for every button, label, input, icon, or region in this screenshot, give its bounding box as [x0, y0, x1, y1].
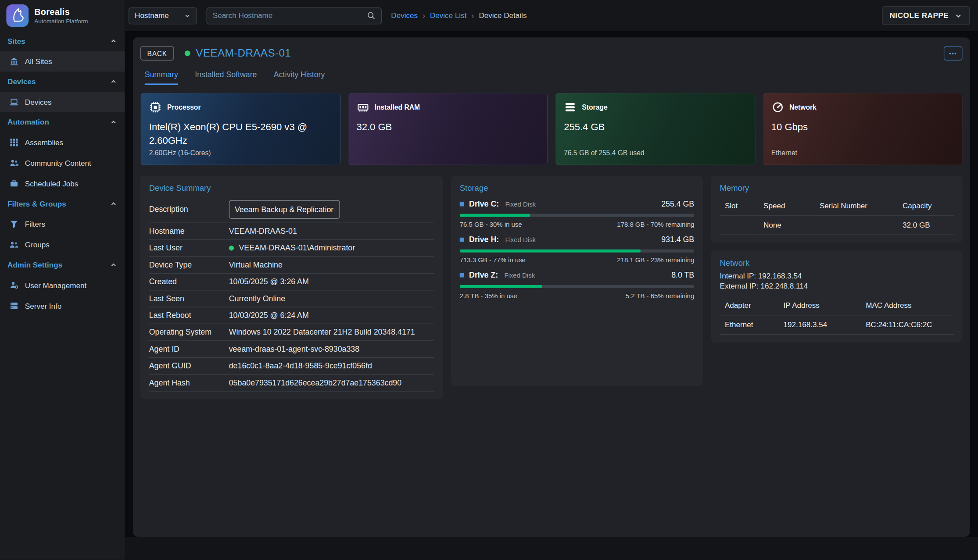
summary-label: Agent GUID: [149, 362, 229, 371]
summary-label: Agent Hash: [149, 378, 229, 387]
sidebar-section-sites: Sites All Sites: [0, 31, 125, 71]
stat-card-footnote: 2.60GHz (16-Cores): [149, 149, 332, 157]
drive-name: Drive H:: [469, 235, 499, 244]
user-menu-label: NICOLE RAPPE: [889, 11, 949, 20]
sidebar-header-label: Filters & Groups: [7, 200, 66, 208]
device-summary-panel: Device Summary Description Hostname VEEA…: [140, 176, 443, 399]
tab-summary[interactable]: Summary: [145, 71, 178, 85]
drive-size: 255.4 GB: [661, 200, 694, 208]
sidebar-item-label: Server Info: [25, 301, 61, 310]
summary-value: Virtual Machine: [229, 260, 434, 269]
sidebar-item-server-info[interactable]: Server Info: [0, 296, 125, 316]
sidebar: Borealis Automation Platform Sites All S…: [0, 0, 125, 560]
memory-col-capacity: Capacity: [898, 196, 954, 216]
device-header: BACK VEEAM-DRAAS-01 •••: [140, 46, 963, 61]
breadcrumb-device-list[interactable]: Device List: [430, 11, 466, 20]
right-column: Memory Slot Speed Serial Number Capacity…: [711, 176, 963, 342]
summary-row-hostname: Hostname VEEAM-DRAAS-01: [149, 223, 434, 240]
stat-card-footnote: [356, 149, 539, 157]
sidebar-item-all-sites[interactable]: All Sites: [0, 51, 125, 72]
drive-row-h: Drive H: Fixed Disk 931.4 GB 713.3 GB - …: [460, 235, 695, 264]
drive-name: Drive C:: [469, 200, 499, 208]
network-col-adapter: Adapter: [720, 296, 779, 315]
sidebar-item-groups[interactable]: Groups: [0, 235, 125, 255]
drive-used-label: 2.8 TB - 35% in use: [460, 292, 517, 299]
brand-text: Borealis Automation Platform: [34, 7, 88, 25]
description-input[interactable]: [229, 200, 340, 219]
summary-label: Agent ID: [149, 345, 229, 353]
drive-used-label: 76.5 GB - 30% in use: [460, 221, 522, 228]
sidebar-item-user-management[interactable]: User Management: [0, 275, 125, 296]
summary-row-last-seen: Last Seen Currently Online: [149, 290, 434, 307]
tab-installed-software[interactable]: Installed Software: [195, 71, 257, 85]
sidebar-header-sites[interactable]: Sites: [0, 31, 125, 51]
drive-usage-bar: [460, 250, 695, 253]
sidebar-item-devices[interactable]: Devices: [0, 92, 125, 112]
summary-row-created: Created 10/05/2025 @ 3:26 AM: [149, 274, 434, 290]
drive-usage-fill: [460, 285, 542, 288]
sidebar-item-community-content[interactable]: Community Content: [0, 153, 125, 173]
sidebar-header-admin-settings[interactable]: Admin Settings: [0, 255, 125, 275]
search-box: [207, 7, 382, 24]
sidebar-header-automation[interactable]: Automation: [0, 112, 125, 132]
sidebar-item-label: Community Content: [25, 159, 91, 168]
user-management-icon: [9, 281, 19, 290]
chevron-up-icon: [110, 37, 117, 45]
network-panel-title: Network: [720, 258, 954, 268]
drive-icon: [460, 202, 464, 206]
sidebar-item-filters[interactable]: Filters: [0, 214, 125, 235]
sidebar-item-scheduled-jobs[interactable]: Scheduled Jobs: [0, 173, 125, 194]
memory-cell-serial: [815, 216, 898, 235]
search-input[interactable]: [213, 11, 367, 20]
processor-icon: [149, 101, 161, 113]
sidebar-item-label: Assemblies: [25, 138, 63, 147]
drive-type: Fixed Disk: [505, 200, 536, 207]
chevron-up-icon: [110, 261, 117, 269]
user-menu-button[interactable]: NICOLE RAPPE: [882, 6, 970, 25]
drive-name: Drive Z:: [469, 271, 498, 279]
back-button[interactable]: BACK: [140, 46, 174, 61]
summary-label: Last Reboot: [149, 311, 229, 320]
stat-card-label: Network: [789, 103, 817, 111]
summary-value: 05ba0e7935171d626ecea29b27d7ae175363cd90: [229, 378, 434, 387]
sidebar-item-label: Groups: [25, 240, 50, 249]
more-menu-button[interactable]: •••: [944, 46, 963, 61]
storage-panel-title: Storage: [460, 183, 695, 193]
sidebar-section-automation: Automation Assemblies Community Content …: [0, 112, 125, 194]
stat-card-label: Processor: [167, 103, 201, 111]
drive-row-c: Drive C: Fixed Disk 255.4 GB 76.5 GB - 3…: [460, 200, 695, 228]
sidebar-header-filters-groups[interactable]: Filters & Groups: [0, 194, 125, 214]
summary-row-device-type: Device Type Virtual Machine: [149, 257, 434, 274]
network-cell-adapter: Ethernet: [720, 315, 779, 335]
sidebar-item-label: All Sites: [25, 57, 52, 66]
summary-label: Hostname: [149, 227, 229, 235]
memory-col-speed: Speed: [759, 196, 815, 216]
brand: Borealis Automation Platform: [0, 0, 125, 31]
memory-col-slot: Slot: [720, 196, 759, 216]
tab-activity-history[interactable]: Activity History: [274, 71, 325, 85]
network-icon: [771, 101, 784, 113]
network-panel: Network Internal IP: 192.168.3.54 Extern…: [711, 250, 963, 342]
summary-value: Currently Online: [229, 294, 434, 303]
memory-panel-title: Memory: [720, 183, 954, 193]
drive-type: Fixed Disk: [504, 271, 535, 278]
sidebar-item-label: Filters: [25, 220, 45, 228]
hostname-filter-select[interactable]: Hostname: [129, 7, 197, 24]
sidebar-header-devices[interactable]: Devices: [0, 71, 125, 91]
stat-card-label: Storage: [582, 103, 607, 111]
drive-used-label: 713.3 GB - 77% in use: [460, 256, 526, 264]
breadcrumb-devices[interactable]: Devices: [391, 11, 418, 20]
summary-value: 10/05/2025 @ 3:26 AM: [229, 278, 434, 286]
drive-usage-bar: [460, 285, 695, 288]
drive-usage-bar: [460, 214, 695, 217]
summary-label: Last Seen: [149, 294, 229, 303]
hostname-filter-value: Hostname: [135, 11, 169, 20]
stat-card-footnote: Ethernet: [771, 149, 954, 157]
ram-icon: [356, 101, 369, 113]
search-icon[interactable]: [367, 11, 376, 20]
page-title: VEEAM-DRAAS-01: [196, 47, 291, 59]
sidebar-item-assemblies[interactable]: Assemblies: [0, 132, 125, 153]
drive-size: 931.4 GB: [661, 235, 694, 244]
brand-subtitle: Automation Platform: [34, 18, 88, 25]
sidebar-section-admin-settings: Admin Settings User Management Server In…: [0, 255, 125, 316]
